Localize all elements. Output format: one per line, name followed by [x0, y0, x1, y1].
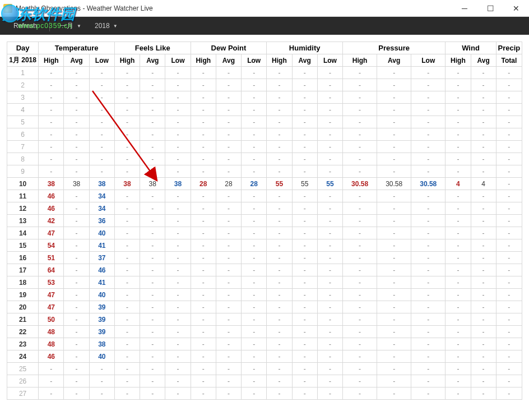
month-dropdown[interactable]: 一月 ▼	[54, 18, 87, 34]
cell: -	[411, 239, 446, 252]
cell: -	[317, 375, 342, 387]
cell: -	[39, 153, 64, 165]
cell: -	[343, 276, 377, 289]
cell: -	[267, 91, 292, 104]
table-wrapper[interactable]: Day Temperature Feels Like Dew Point Hum…	[7, 41, 522, 413]
refresh-button[interactable]: Refresh	[6, 19, 45, 33]
year-dropdown[interactable]: 2018 ▼	[89, 19, 123, 33]
cell: -	[39, 387, 64, 400]
cell: -	[292, 276, 317, 289]
cell: -	[89, 128, 114, 141]
sub-wind-high: High	[446, 54, 471, 67]
cell: -	[377, 375, 411, 387]
header-row-subs: 1月 2018 HighAvgLow HighAvgLow HighAvgLow…	[7, 54, 522, 67]
cell: -	[216, 276, 241, 289]
cell: -	[267, 128, 292, 141]
cell: -	[292, 289, 317, 301]
cell: -	[39, 128, 64, 141]
cell: -	[114, 128, 140, 141]
cell: -	[496, 252, 522, 264]
cell: -	[317, 202, 342, 215]
cell: -	[411, 264, 446, 276]
table-row: 1651-37---------------	[7, 252, 522, 264]
cell: -	[191, 326, 216, 338]
cell: -	[242, 153, 267, 165]
cell: -	[267, 165, 292, 178]
cell: -	[191, 153, 216, 165]
table-row: 25------------------	[7, 363, 522, 375]
cell: -	[471, 202, 496, 215]
cell: -	[140, 338, 165, 350]
cell: -	[471, 190, 496, 202]
cell: -	[114, 202, 140, 215]
cell: -	[292, 375, 317, 387]
cell: -	[471, 67, 496, 79]
cell: -	[496, 67, 522, 79]
cell: -	[89, 116, 114, 128]
cell: -	[446, 338, 471, 350]
cell: -	[242, 67, 267, 79]
cell: -	[496, 301, 522, 313]
cell: -	[317, 190, 342, 202]
cell: -	[496, 153, 522, 165]
cell: -	[292, 116, 317, 128]
cell: -	[496, 276, 522, 289]
table-row: 27------------------	[7, 387, 522, 400]
table-row: 6------------------	[7, 128, 522, 141]
cell: -	[267, 227, 292, 239]
cell: -	[165, 252, 191, 264]
cell: -	[165, 202, 191, 215]
close-button[interactable]: ✕	[503, 0, 529, 17]
cell: -	[191, 338, 216, 350]
cell: -	[471, 153, 496, 165]
minimize-button[interactable]: ─	[452, 0, 477, 17]
cell: -	[317, 215, 342, 227]
cell: -	[292, 190, 317, 202]
cell: -	[471, 363, 496, 375]
cell: -	[64, 289, 89, 301]
day-cell: 2	[7, 79, 39, 91]
cell: -	[411, 215, 446, 227]
cell: -	[39, 104, 64, 116]
table-row: 1447-40---------------	[7, 227, 522, 239]
cell: -	[446, 190, 471, 202]
sub-avg: Avg	[140, 54, 165, 67]
cell: 40	[89, 350, 114, 363]
cell: -	[471, 215, 496, 227]
cell: -	[64, 116, 89, 128]
maximize-button[interactable]: ☐	[477, 0, 503, 17]
cell: -	[377, 338, 411, 350]
cell: -	[446, 67, 471, 79]
cell: -	[89, 79, 114, 91]
sub-avg: Avg	[216, 54, 241, 67]
cell: 28	[216, 178, 241, 190]
cell: -	[292, 153, 317, 165]
cell: -	[191, 202, 216, 215]
cell: -	[216, 264, 241, 276]
cell: -	[343, 350, 377, 363]
cell: -	[216, 91, 241, 104]
cell: 47	[39, 301, 64, 313]
day-cell: 9	[7, 165, 39, 178]
cell: -	[446, 326, 471, 338]
cell: -	[89, 67, 114, 79]
cell: -	[140, 91, 165, 104]
cell: 34	[89, 202, 114, 215]
cell: -	[216, 363, 241, 375]
sub-high: High	[343, 54, 377, 67]
cell: -	[317, 141, 342, 153]
cell: 55	[317, 178, 342, 190]
cell: -	[216, 375, 241, 387]
cell: -	[216, 313, 241, 326]
cell: -	[317, 165, 342, 178]
cell: -	[114, 153, 140, 165]
cell: -	[242, 141, 267, 153]
cell: -	[471, 227, 496, 239]
cell: -	[216, 141, 241, 153]
cell: -	[140, 215, 165, 227]
cell: -	[317, 289, 342, 301]
cell: -	[140, 239, 165, 252]
col-temperature: Temperature	[39, 42, 115, 54]
cell: -	[292, 141, 317, 153]
cell: -	[242, 190, 267, 202]
